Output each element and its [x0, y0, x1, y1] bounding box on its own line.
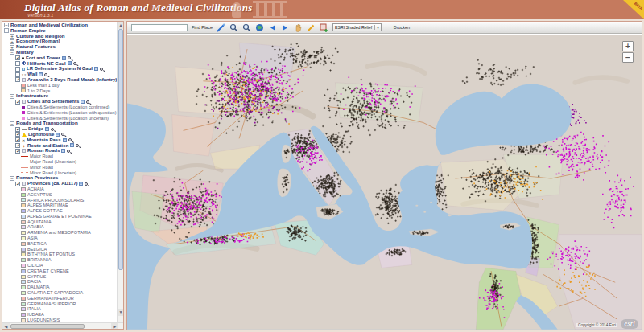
defensive-square-icon — [22, 68, 25, 71]
tree-layer-area-w-in-3-days-road-march-infantry-of-rom[interactable]: Area w/in 3 Days Road March (Infantry) o… — [2, 77, 118, 83]
expand-icon[interactable]: + — [10, 45, 14, 50]
zoom-to-layer-icon[interactable] — [76, 144, 79, 147]
identify-icon[interactable] — [320, 23, 328, 32]
previous-extent-icon[interactable] — [268, 23, 277, 32]
zoom-in-icon[interactable] — [229, 23, 238, 32]
tree-group-economy-roman[interactable]: +Economy (Roman) — [2, 39, 118, 44]
tree-layer-mountain-pass[interactable]: Mountain Pass — [2, 137, 118, 143]
layer-checkbox[interactable] — [15, 149, 20, 154]
legend-swatch — [21, 242, 26, 246]
expand-icon[interactable]: + — [10, 34, 14, 39]
tree-layer-lighthouse[interactable]: Lighthouse — [2, 132, 118, 137]
tree-group-military[interactable]: −Military — [2, 50, 118, 55]
vertical-scrollbar[interactable]: ▲ ▼ — [117, 22, 123, 322]
attribute-table-icon[interactable] — [80, 100, 85, 104]
zoom-to-layer-icon[interactable] — [67, 150, 70, 153]
collapse-icon[interactable]: − — [10, 50, 14, 55]
tree-group-roman-provinces[interactable]: −Roman Provinces — [2, 175, 118, 181]
vertical-scroll-thumb[interactable] — [118, 29, 124, 270]
collapse-icon[interactable]: − — [10, 121, 14, 126]
measure-icon[interactable] — [217, 23, 225, 32]
draw-pencil-icon[interactable] — [307, 23, 316, 32]
print-button[interactable]: Drucken — [394, 25, 410, 30]
legend-achaia: ACHAIA — [2, 186, 118, 192]
full-extent-globe-icon[interactable] — [255, 23, 264, 32]
zoom-out-icon[interactable] — [242, 23, 251, 32]
attribute-table-icon[interactable] — [94, 67, 98, 71]
tree-group-roman-empire[interactable]: −Roman Empire — [2, 28, 118, 34]
layer-checkbox[interactable] — [15, 77, 20, 82]
find-place-input[interactable] — [131, 24, 188, 31]
app-header: Digital Atlas of Roman and Medieval Civi… — [0, 0, 644, 19]
legend-swatch — [21, 280, 26, 284]
layer-checkbox[interactable] — [15, 72, 20, 77]
tree-group-natural-features[interactable]: +Natural Features — [2, 44, 118, 50]
scroll-up-arrow-icon[interactable]: ▲ — [118, 22, 124, 29]
wall-marks-icon — [22, 72, 26, 77]
scroll-left-arrow-icon[interactable]: ◀ — [2, 323, 10, 330]
horizontal-scrollbar[interactable]: ◀ ▶ — [2, 322, 124, 329]
attribute-table-icon[interactable] — [56, 133, 60, 137]
layer-checkbox[interactable] — [15, 67, 20, 72]
zoom-to-layer-icon[interactable] — [68, 138, 72, 141]
collapse-icon[interactable]: − — [10, 176, 14, 181]
map-canvas[interactable] — [127, 35, 642, 330]
zoom-to-layer-icon[interactable] — [100, 68, 103, 71]
attribute-table-icon[interactable] — [62, 56, 66, 60]
layer-checkbox[interactable] — [15, 143, 20, 148]
tree-group-culture-and-religion[interactable]: +Culture and Religion — [2, 34, 118, 39]
layer-checkbox[interactable] — [15, 127, 20, 132]
collapse-icon[interactable]: − — [10, 94, 14, 99]
zoom-to-layer-icon[interactable] — [61, 133, 64, 136]
legend-swatch — [21, 231, 26, 235]
attribute-table-icon[interactable] — [39, 72, 43, 76]
tree-layer-fort-and-tower[interactable]: Fort and Tower — [2, 55, 118, 61]
collapse-icon[interactable]: − — [4, 28, 9, 33]
next-extent-icon[interactable] — [281, 23, 290, 32]
legend-galatia-et-cappadocia: GALATIA ET CAPPADOCIA — [2, 290, 118, 296]
layer-checkbox[interactable] — [15, 132, 20, 137]
scroll-right-arrow-icon[interactable]: ▶ — [111, 323, 118, 330]
map-view[interactable]: + − Copyright © 2014 Esri esri — [127, 35, 642, 330]
attribute-table-icon[interactable] — [63, 138, 67, 142]
map-zoom-out-button[interactable]: − — [622, 52, 634, 63]
zoom-to-layer-icon[interactable] — [51, 128, 54, 131]
zoom-to-layer-icon[interactable] — [86, 100, 89, 104]
tree-layer-route-and-station[interactable]: Route and Station — [2, 143, 118, 149]
legend-major-road-uncertain: Major Road (Uncertain) — [2, 159, 118, 165]
find-place-button[interactable]: Find Place — [192, 25, 213, 30]
tree-layer-wall[interactable]: Wall — [2, 72, 118, 77]
zoom-to-layer-icon[interactable] — [68, 56, 71, 59]
layer-checkbox[interactable] — [15, 61, 20, 66]
tree-layer-cities-and-settlements[interactable]: Cities and Settlements — [2, 99, 118, 105]
tree-group-roads-and-transportation[interactable]: −Roads and Transportation — [2, 121, 118, 126]
attribute-table-icon[interactable] — [79, 182, 83, 186]
tree-layer-roman-roads[interactable]: Roman Roads — [2, 148, 118, 154]
zoom-to-layer-icon[interactable] — [85, 182, 88, 186]
zoom-to-layer-icon[interactable] — [73, 62, 76, 65]
layer-checkbox[interactable] — [15, 55, 20, 60]
legend-creta-et-cyrene: CRETA ET CYRENE — [2, 268, 118, 274]
layer-checkbox[interactable] — [15, 137, 20, 142]
tree-layer-provinces-ca-ad117[interactable]: Provinces (ca. AD117) — [2, 181, 118, 186]
pan-hand-icon[interactable] — [294, 23, 303, 32]
attribute-table-icon[interactable] — [61, 149, 65, 153]
horizontal-scroll-thumb[interactable] — [10, 324, 85, 330]
tree-layer-lr-defensive-system-n-gaul[interactable]: LR Defensive System N Gaul — [2, 66, 118, 72]
zoom-to-layer-icon[interactable] — [44, 73, 47, 76]
scroll-down-arrow-icon[interactable]: ▼ — [118, 309, 124, 316]
tree-group-roman-and-medieval-civilization[interactable]: −Roman and Medieval Civilization — [2, 23, 118, 28]
legend-germania-inferior: GERMANIA INFERIOR — [2, 296, 118, 301]
tree-group-infrastructure[interactable]: −Infrastructure — [2, 93, 118, 99]
layer-checkbox[interactable] — [15, 182, 20, 186]
basemap-dropdown[interactable]: ESRI Shaded Relief ▾ — [332, 23, 382, 31]
collapse-icon[interactable]: − — [4, 23, 9, 27]
map-zoom-in-button[interactable]: + — [622, 41, 634, 51]
layer-checkbox[interactable] — [15, 100, 20, 105]
tree-layer-hillforts-ne-gaul[interactable]: Hillforts NE Gaul — [2, 61, 118, 67]
expand-icon[interactable]: + — [10, 39, 14, 44]
attribute-table-icon[interactable] — [68, 61, 72, 65]
attribute-table-icon[interactable] — [70, 143, 74, 147]
tree-layer-bridge[interactable]: Bridge — [2, 126, 118, 132]
attribute-table-icon[interactable] — [45, 127, 49, 131]
